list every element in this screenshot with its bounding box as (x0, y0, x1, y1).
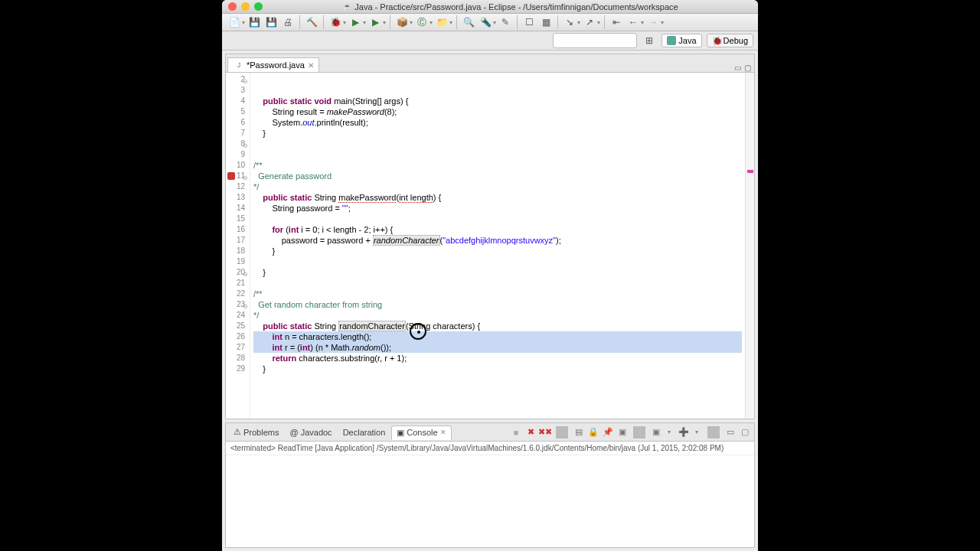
code-content[interactable]: public static void main(String[] args) {… (250, 73, 745, 419)
problems-tab[interactable]: ⚠ Problems (229, 425, 283, 439)
window-title-text: Java - Practice/src/Password.java - Ecli… (354, 2, 678, 11)
zoom-window-button[interactable] (254, 2, 263, 11)
clear-console-button[interactable]: ▤ (573, 426, 585, 439)
pin-console-button[interactable]: 📌 (602, 426, 614, 439)
console-tab[interactable]: ▣ Console ✕ (391, 425, 451, 440)
java-perspective-label: Java (678, 36, 696, 45)
console-label: Console (407, 428, 437, 437)
java-file-icon: ☕ (342, 2, 351, 11)
bottom-panel: ⚠ Problems @ Javadoc Declaration ▣ Conso… (225, 422, 755, 548)
problems-icon: ⚠ (234, 427, 241, 437)
editor-tab-row: J *Password.java ✕ ▭ ▢ (226, 54, 754, 73)
forward-button[interactable]: → (645, 15, 661, 30)
line-number-gutter: 2⊖345678⊖91011⊖121314151617181920⊖212223… (226, 73, 250, 419)
prev-annotation-button[interactable]: ↗ (582, 15, 597, 30)
minimize-panel-button[interactable]: ▭ (724, 426, 737, 439)
open-type-button[interactable]: 🔍 (461, 15, 476, 30)
save-all-button[interactable]: 💾 (263, 15, 279, 30)
maximize-editor-button[interactable]: ▢ (744, 64, 751, 72)
open-console-button[interactable]: ▣ (650, 426, 662, 439)
debug-button[interactable]: 🐞 (328, 15, 343, 30)
editor-area: J *Password.java ✕ ▭ ▢ 2⊖345678⊖91011⊖12… (225, 54, 755, 419)
bottom-tabs: ⚠ Problems @ Javadoc Declaration ▣ Conso… (226, 423, 754, 442)
editor-tab-password[interactable]: J *Password.java ✕ (227, 57, 319, 72)
open-perspective-button[interactable]: ⊞ (642, 33, 657, 48)
console-status: <terminated> ReadTime [Java Application]… (226, 442, 754, 455)
java-perspective-button[interactable]: Java (662, 34, 701, 47)
debug-perspective-label: Debug (724, 36, 748, 45)
close-tab-icon[interactable]: ✕ (308, 61, 314, 70)
new-console-button[interactable]: ➕ (678, 426, 690, 439)
javadoc-tab[interactable]: @ Javadoc (285, 426, 336, 439)
window-title: ☕ Java - Practice/src/Password.java - Ec… (269, 2, 752, 11)
overview-ruler[interactable] (745, 73, 754, 419)
maximize-panel-button[interactable]: ▢ (739, 426, 751, 439)
overview-marker (747, 170, 753, 173)
remove-launch-button[interactable]: ✖ (524, 426, 537, 439)
run-last-button[interactable]: ▶ (368, 15, 383, 30)
java-perspective-icon (667, 36, 676, 45)
declaration-tab[interactable]: Declaration (338, 426, 390, 439)
next-annotation-button[interactable]: ↘ (562, 15, 577, 30)
annotate-button[interactable]: ✎ (498, 15, 513, 30)
back-button[interactable]: ← (626, 15, 641, 30)
console-output[interactable] (226, 455, 754, 547)
close-console-icon[interactable]: ✕ (440, 429, 446, 436)
editor-tab-label: *Password.java (247, 60, 305, 70)
javadoc-label: Javadoc (301, 428, 332, 437)
close-window-button[interactable] (228, 2, 237, 11)
remove-all-button[interactable]: ✖✖ (539, 426, 551, 439)
window-controls (228, 2, 263, 11)
eclipse-window: ☕ Java - Practice/src/Password.java - Ec… (222, 0, 758, 551)
debug-perspective-button[interactable]: 🐞 Debug (707, 34, 753, 47)
save-button[interactable]: 💾 (247, 15, 262, 30)
main-toolbar: 📄▾ 💾 💾 🖨 🔨 🐞▾ ▶▾ ▶▾ 📦▾ Ⓒ▾ 📁▾ 🔍 🔦▾ ✎ ☐ ▦ … (222, 14, 758, 31)
new-class-button[interactable]: Ⓒ (414, 15, 430, 30)
code-editor[interactable]: 2⊖345678⊖91011⊖121314151617181920⊖212223… (226, 73, 754, 419)
javadoc-icon: @ (289, 428, 298, 437)
toggle-mark-button[interactable]: ☐ (521, 15, 537, 30)
console-icon: ▣ (397, 428, 404, 438)
minimize-editor-button[interactable]: ▭ (734, 64, 741, 72)
console-toolbar: ■ ✖ ✖✖ ▤ 🔒 📌 ▣ ▣▾ ➕▾ ▭ ▢ (510, 426, 751, 439)
minimize-window-button[interactable] (241, 2, 250, 11)
perspective-bar: ⊞ Java 🐞 Debug (222, 31, 758, 51)
debug-perspective-icon: 🐞 (712, 36, 721, 45)
new-package-button[interactable]: 📦 (394, 15, 410, 30)
run-button[interactable]: ▶ (348, 15, 363, 30)
toggle-block-button[interactable]: ▦ (538, 15, 554, 30)
java-file-icon: J (234, 60, 243, 70)
editor-min-max: ▭ ▢ (734, 64, 754, 72)
last-edit-button[interactable]: ⇤ (609, 15, 624, 30)
display-console-button[interactable]: ▣ (616, 426, 629, 439)
scroll-lock-button[interactable]: 🔒 (587, 426, 599, 439)
terminate-button[interactable]: ■ (510, 426, 522, 439)
quick-access-input[interactable] (553, 33, 637, 48)
new-type-button[interactable]: 📁 (434, 15, 449, 30)
search-button[interactable]: 🔦 (478, 15, 493, 30)
print-button[interactable]: 🖨 (280, 15, 296, 30)
build-button[interactable]: 🔨 (304, 15, 319, 30)
problems-label: Problems (243, 428, 279, 437)
titlebar: ☕ Java - Practice/src/Password.java - Ec… (222, 0, 758, 14)
new-button[interactable]: 📄 (227, 15, 242, 30)
declaration-label: Declaration (343, 428, 386, 437)
